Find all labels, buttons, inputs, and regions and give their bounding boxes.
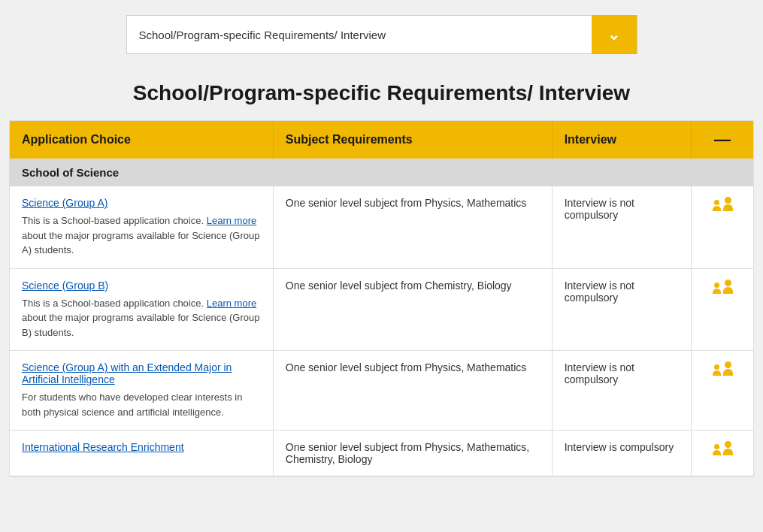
people-icon-2	[704, 280, 741, 294]
person-icon-large	[723, 441, 733, 455]
person-icon-small	[713, 364, 721, 376]
science-group-a-desc: This is a School-based application choic…	[22, 215, 260, 255]
science-group-a-ai-link[interactable]: Science (Group A) with an Extended Major…	[22, 361, 261, 385]
chevron-down-icon: ⌄	[607, 26, 620, 44]
dropdown-text: School/Program-specific Requirements/ In…	[127, 29, 592, 41]
people-icon-4	[704, 441, 741, 455]
science-group-a-learn-more[interactable]: Learn more	[207, 215, 256, 226]
section-label: School of Science	[10, 159, 753, 186]
col-interview: Interview	[552, 121, 691, 159]
table-row: Science (Group A) This is a School-based…	[10, 186, 753, 268]
cell-icon-1	[692, 186, 753, 268]
main-table: Application Choice Subject Requirements …	[9, 120, 754, 477]
page-title: School/Program-specific Requirements/ In…	[0, 69, 763, 120]
col-subject-requirements: Subject Requirements	[273, 121, 552, 159]
cell-icon-2	[692, 268, 753, 351]
cell-interview-4: Interview is compulsory	[552, 431, 691, 476]
cell-subject-1: One senior level subject from Physics, M…	[273, 186, 552, 268]
people-icon-1	[704, 197, 741, 211]
science-group-b-learn-more[interactable]: Learn more	[207, 298, 256, 309]
cell-choice-2: Science (Group B) This is a School-based…	[10, 268, 273, 351]
person-icon-small	[713, 283, 721, 294]
cell-subject-2: One senior level subject from Chemistry,…	[273, 268, 552, 351]
table-header-row: Application Choice Subject Requirements …	[10, 121, 753, 159]
people-icon-3	[704, 361, 741, 376]
cell-interview-2: Interview is not compulsory	[552, 268, 691, 351]
col-application-choice: Application Choice	[10, 121, 273, 159]
minus-icon: —	[714, 130, 731, 149]
cell-interview-1: Interview is not compulsory	[552, 186, 691, 268]
top-bar: School/Program-specific Requirements/ In…	[0, 0, 763, 69]
international-research-link[interactable]: International Research Enrichment	[22, 441, 261, 453]
person-icon-large	[723, 361, 733, 376]
science-group-b-desc: This is a School-based application choic…	[22, 298, 260, 338]
person-icon-large	[723, 197, 733, 211]
person-icon-large	[723, 280, 733, 294]
science-group-a-link[interactable]: Science (Group A)	[22, 197, 261, 209]
cell-choice-1: Science (Group A) This is a School-based…	[10, 186, 273, 268]
dropdown-box[interactable]: School/Program-specific Requirements/ In…	[126, 15, 637, 54]
table-row: International Research Enrichment One se…	[10, 431, 753, 476]
table-row: Science (Group B) This is a School-based…	[10, 268, 753, 351]
science-group-b-link[interactable]: Science (Group B)	[22, 280, 261, 292]
col-icon-header: —	[692, 121, 753, 159]
cell-subject-3: One senior level subject from Physics, M…	[273, 351, 552, 431]
dropdown-button[interactable]: ⌄	[592, 15, 637, 54]
person-icon-small	[713, 444, 721, 455]
cell-interview-3: Interview is not compulsory	[552, 351, 691, 431]
cell-icon-3	[692, 351, 753, 431]
cell-choice-4: International Research Enrichment	[10, 431, 273, 476]
cell-choice-3: Science (Group A) with an Extended Major…	[10, 351, 273, 431]
science-group-a-ai-desc: For students who have developed clear in…	[22, 391, 242, 418]
person-icon-small	[713, 200, 721, 211]
section-header-science: School of Science	[10, 159, 753, 186]
table-row: Science (Group A) with an Extended Major…	[10, 351, 753, 431]
cell-icon-4	[692, 431, 753, 476]
cell-subject-4: One senior level subject from Physics, M…	[273, 431, 552, 476]
